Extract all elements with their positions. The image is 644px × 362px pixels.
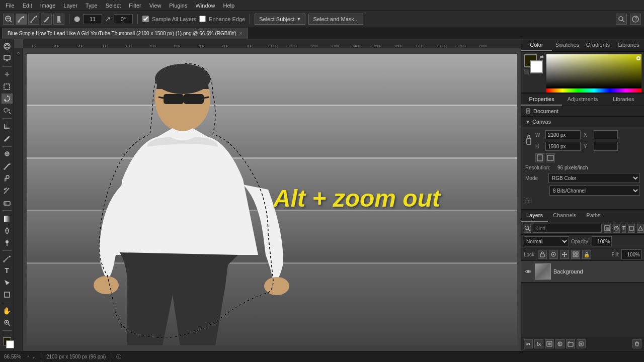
canvas-viewport[interactable]: Alt + zoom out <box>23 48 521 351</box>
document-tab-close-btn[interactable]: × <box>239 31 243 36</box>
portrait-icon[interactable] <box>535 153 544 162</box>
select-subject-button[interactable]: Select Subject ▼ <box>255 14 305 25</box>
status-info-icon[interactable]: ⓘ <box>116 353 121 360</box>
width-input[interactable]: 2100 px <box>545 130 581 139</box>
gradients-tab[interactable]: Gradients <box>583 39 613 51</box>
landscape-icon[interactable] <box>546 153 555 162</box>
eyedropper-tool[interactable] <box>2 133 13 144</box>
blend-mode-select[interactable]: Normal Multiply Screen Overlay <box>524 236 569 246</box>
menu-item-select[interactable]: Select <box>102 2 125 10</box>
angle-input[interactable]: 0° <box>114 14 133 24</box>
menu-item-file[interactable]: File <box>2 2 18 10</box>
layer-adjustment-filter[interactable] <box>613 224 620 233</box>
document-tab[interactable]: Blue Simple How To Lead Like A Girl YouT… <box>2 28 248 39</box>
brush-tool-icon-1[interactable] <box>16 14 27 25</box>
lock-transparency-icon[interactable] <box>538 250 547 259</box>
tool-comment-icon[interactable] <box>2 53 13 64</box>
add-mask-icon[interactable] <box>545 339 554 348</box>
new-group-icon[interactable] <box>566 339 575 348</box>
help-icon[interactable]: ? <box>630 14 641 25</box>
status-arrow-controls[interactable] <box>26 355 36 359</box>
canvas-section-header[interactable]: ▼ Canvas <box>521 117 644 127</box>
delete-layer-icon[interactable] <box>632 339 641 348</box>
brush-size-input[interactable]: 11 <box>83 14 102 24</box>
new-fill-adjustment-icon[interactable] <box>555 339 565 348</box>
type-tool[interactable]: T <box>2 265 13 276</box>
lock-image-icon[interactable] <box>549 250 558 259</box>
background-color-swatch[interactable] <box>6 340 14 348</box>
menu-item-view[interactable]: View <box>146 2 165 10</box>
lock-all-icon[interactable]: 🔒 <box>582 250 591 259</box>
brush-tool-icon-4[interactable] <box>53 14 64 25</box>
zoom-tool[interactable] <box>2 317 13 328</box>
pen-tool[interactable] <box>2 253 13 264</box>
lasso-tool[interactable] <box>2 94 13 104</box>
height-input[interactable]: 1500 px <box>545 142 581 151</box>
rectangular-marquee-tool[interactable] <box>2 81 13 92</box>
tool-palette-icon[interactable] <box>2 41 13 52</box>
brush-tool-icon-2[interactable] <box>28 14 39 25</box>
document-section-header[interactable]: Document <box>521 106 644 117</box>
y-input[interactable] <box>594 142 618 151</box>
menu-item-plugins[interactable]: Plugins <box>166 2 191 10</box>
select-and-mask-button[interactable]: Select and Mask... <box>308 14 363 25</box>
fill-input[interactable]: 100% <box>621 249 641 259</box>
enhance-edge-checkbox[interactable] <box>199 16 206 22</box>
canvas-area[interactable]: 0 100 200 300 400 500 600 700 800 900 10… <box>14 39 521 351</box>
background-layer-item[interactable]: Background <box>521 261 644 283</box>
history-brush-tool[interactable] <box>2 186 13 196</box>
hue-slider[interactable] <box>546 88 641 93</box>
lock-move-icon[interactable] <box>560 250 569 259</box>
color-gradient-area[interactable] <box>546 54 641 93</box>
foreground-background-colors[interactable] <box>1 335 13 347</box>
select-subject-dropdown-icon[interactable]: ▼ <box>297 17 301 22</box>
menu-item-type[interactable]: Type <box>82 2 101 10</box>
fg-bg-color-swatches[interactable]: ⇄ ⬛ <box>524 54 544 74</box>
layer-visibility-toggle[interactable] <box>524 267 532 276</box>
mode-select[interactable]: RGB Color CMYK Color Grayscale <box>548 173 640 183</box>
opacity-input[interactable]: 100% <box>592 236 612 246</box>
layer-type-filter[interactable]: T <box>622 224 626 233</box>
bit-depth-select[interactable]: 8 Bits/Channel 16 Bits/Channel 32 Bits/C… <box>549 186 640 196</box>
add-layer-style-icon[interactable]: fx <box>534 339 543 348</box>
eraser-tool[interactable] <box>2 198 13 208</box>
crop-tool[interactable] <box>2 121 13 132</box>
layer-shape-filter[interactable] <box>628 224 635 233</box>
layer-filter-icon[interactable] <box>524 224 531 233</box>
adjustments-tab[interactable]: Adjustments <box>562 94 603 106</box>
menu-item-filter[interactable]: Filter <box>125 2 144 10</box>
menu-item-edit[interactable]: Edit <box>19 2 36 10</box>
layer-pixel-filter[interactable] <box>604 224 611 233</box>
shape-tool[interactable] <box>2 290 13 300</box>
move-tool[interactable]: ✛ <box>2 69 13 80</box>
libraries-color-tab[interactable]: Libraries <box>613 39 644 51</box>
lock-artboards-icon[interactable] <box>571 250 580 259</box>
path-selection-tool[interactable] <box>2 278 13 288</box>
swatches-tab[interactable]: Swatches <box>552 39 583 51</box>
properties-tab[interactable]: Properties <box>521 94 562 106</box>
layer-smart-filter[interactable] <box>637 224 644 233</box>
gradient-tool[interactable] <box>2 213 13 224</box>
new-layer-icon[interactable] <box>577 339 586 348</box>
search-icon[interactable] <box>616 14 627 25</box>
brush-tool[interactable] <box>2 161 13 172</box>
color-tab[interactable]: Color <box>521 39 552 51</box>
paths-tab[interactable]: Paths <box>582 210 606 222</box>
menu-item-window[interactable]: Window <box>192 2 218 10</box>
brush-tool-icon-3[interactable] <box>41 14 52 25</box>
x-input[interactable] <box>594 130 618 139</box>
layers-tab[interactable]: Layers <box>521 210 548 222</box>
swap-colors-icon[interactable]: ⇄ <box>540 54 544 59</box>
color-cursor[interactable] <box>636 56 640 60</box>
spot-healing-tool[interactable] <box>2 149 13 160</box>
clone-stamp-tool[interactable] <box>2 173 13 184</box>
quick-select-tool-icon[interactable] <box>3 14 14 25</box>
layers-search-input[interactable]: Kind <box>533 224 602 233</box>
libraries-props-tab[interactable]: Libraries <box>603 94 644 106</box>
quick-selection-tool[interactable] <box>2 105 13 116</box>
menu-item-help[interactable]: Help <box>220 2 238 10</box>
reset-colors-icon[interactable]: ⬛ <box>524 69 529 74</box>
blur-tool[interactable] <box>2 225 13 236</box>
hand-tool[interactable]: ✋ <box>2 306 13 316</box>
channels-tab[interactable]: Channels <box>548 210 581 222</box>
